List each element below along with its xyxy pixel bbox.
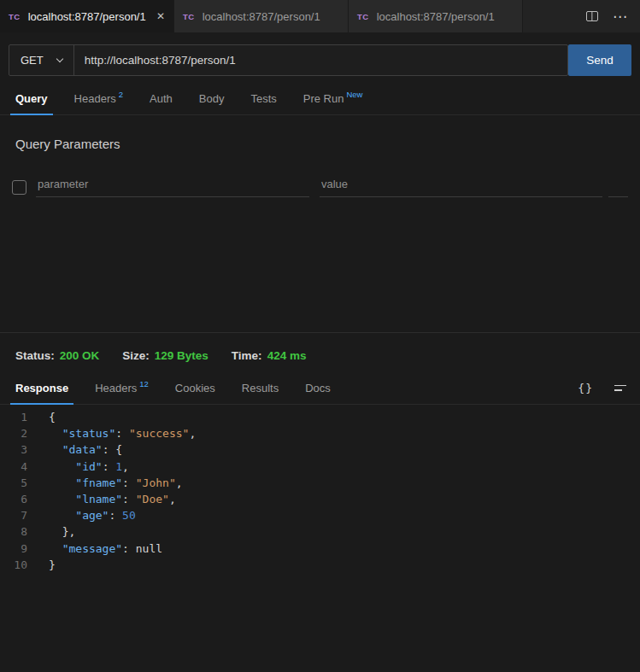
tab-request-tests[interactable]: Tests [245, 82, 281, 114]
code-line: 5 "fname": "John", [0, 475, 640, 491]
thunder-client-window: TClocalhost:8787/person/1✕TClocalhost:87… [0, 0, 640, 573]
tab-badge: 12 [139, 379, 149, 389]
size-value: 129 Bytes [155, 349, 208, 362]
line-number: 3 [0, 443, 27, 456]
param-row-stub [608, 196, 628, 197]
tab-label: Tests [250, 92, 276, 105]
response-body-editor[interactable]: 1{2 "status": "success",3 "data": {4 "id… [0, 405, 640, 573]
line-number: 2 [0, 427, 27, 440]
chevron-down-icon [56, 55, 62, 61]
editor-tab-label: localhost:8787/person/1 [203, 10, 339, 23]
time-label: Time: [232, 349, 262, 362]
tab-label: Pre Run [303, 92, 344, 105]
tab-request-pre-run[interactable]: Pre RunNew [298, 82, 368, 114]
editor-tab-label: localhost:8787/person/1 [377, 10, 514, 23]
tab-request-headers[interactable]: Headers2 [69, 82, 128, 114]
tab-label: Headers [74, 92, 116, 105]
code-line: 8 }, [0, 523, 640, 540]
editor-tab-actions: ⋯ [586, 0, 640, 32]
time-item: Time:424 ms [232, 349, 307, 362]
editor-tab-2[interactable]: TClocalhost:8787/person/1 [349, 0, 523, 32]
tab-label: Docs [305, 382, 331, 394]
code-text: "fname": "John", [49, 476, 183, 489]
param-checkbox[interactable] [12, 180, 26, 195]
code-line: 10} [0, 557, 640, 573]
line-number: 5 [0, 476, 27, 489]
code-text: } [49, 558, 56, 571]
tab-badge: 2 [119, 90, 123, 99]
url-box: GET [9, 44, 568, 76]
code-text: "id": 1, [49, 460, 129, 473]
request-pane: GET Send QueryHeaders2AuthBodyTestsPre R… [0, 44, 640, 333]
editor-tab-1[interactable]: TClocalhost:8787/person/1 [174, 0, 349, 32]
thunder-client-icon: TC [357, 12, 369, 21]
tab-label: Body [199, 92, 225, 105]
response-toolbar: {} [578, 371, 626, 404]
status-value: 200 OK [60, 349, 100, 362]
format-json-icon[interactable]: {} [578, 382, 593, 394]
response-tabs-row: ResponseHeaders12CookiesResultsDocs {} [0, 371, 640, 405]
code-line: 4 "id": 1, [0, 459, 640, 475]
method-select[interactable]: GET [9, 45, 73, 75]
tab-label: Cookies [175, 382, 215, 394]
send-button[interactable]: Send [568, 44, 631, 76]
request-bar: GET Send [9, 44, 631, 76]
tab-response-response[interactable]: Response [10, 371, 73, 404]
editor-tab-bar: TClocalhost:8787/person/1✕TClocalhost:87… [0, 0, 640, 32]
code-text: }, [49, 525, 75, 538]
line-number: 6 [0, 493, 27, 505]
request-tabs: QueryHeaders2AuthBodyTestsPre RunNew [0, 82, 640, 115]
code-text: "status": "success", [49, 427, 196, 440]
param-value-input[interactable] [320, 174, 602, 197]
code-line: 9 "message": null [0, 541, 640, 557]
method-label: GET [21, 54, 44, 67]
response-status-row: Status:200 OK Size:129 Bytes Time:424 ms [0, 333, 640, 362]
response-pane: Status:200 OK Size:129 Bytes Time:424 ms… [0, 333, 640, 573]
tab-response-cookies[interactable]: Cookies [170, 371, 220, 404]
tab-request-auth[interactable]: Auth [144, 82, 178, 114]
code-line: 2 "status": "success", [0, 425, 640, 441]
size-item: Size:129 Bytes [122, 349, 208, 362]
line-number: 7 [0, 509, 27, 522]
response-tabs: ResponseHeaders12CookiesResultsDocs [10, 371, 352, 404]
tab-label: Results [242, 382, 279, 394]
more-actions-icon[interactable]: ⋯ [613, 9, 627, 24]
query-parameters-title: Query Parameters [15, 137, 640, 151]
status-label: Status: [15, 349, 55, 362]
code-text: "lname": "Doe", [49, 493, 176, 505]
close-tab-icon[interactable]: ✕ [156, 10, 165, 22]
line-number: 10 [0, 558, 27, 571]
line-number: 9 [0, 542, 27, 555]
code-text: "data": { [49, 443, 122, 456]
wrap-lines-icon[interactable] [614, 385, 626, 391]
split-editor-icon[interactable] [586, 11, 598, 21]
tab-response-docs[interactable]: Docs [300, 371, 336, 404]
line-number: 1 [0, 411, 27, 424]
code-line: 3 "data": { [0, 441, 640, 458]
tab-badge: New [346, 90, 362, 99]
code-text: "age": 50 [49, 509, 136, 522]
time-value: 424 ms [267, 349, 307, 362]
line-number: 8 [0, 525, 27, 538]
tab-label: Response [15, 382, 68, 394]
code-line: 7 "age": 50 [0, 507, 640, 523]
tab-label: Auth [150, 92, 173, 105]
tab-request-query[interactable]: Query [10, 82, 53, 114]
code-line: 1{ [0, 409, 640, 425]
status-item: Status:200 OK [15, 349, 99, 362]
query-param-row [12, 174, 631, 197]
thunder-client-icon: TC [9, 12, 21, 21]
tab-response-headers[interactable]: Headers12 [90, 371, 154, 404]
tab-response-results[interactable]: Results [237, 371, 284, 404]
code-line: 6 "lname": "Doe", [0, 491, 640, 507]
editor-tab-0[interactable]: TClocalhost:8787/person/1✕ [0, 0, 174, 32]
code-text: { [49, 411, 56, 424]
url-input[interactable] [74, 54, 567, 67]
param-name-input[interactable] [36, 174, 309, 197]
tab-label: Headers [95, 382, 137, 394]
size-label: Size: [122, 349, 150, 362]
editor-tabs: TClocalhost:8787/person/1✕TClocalhost:87… [0, 0, 523, 32]
tab-request-body[interactable]: Body [194, 82, 230, 114]
thunder-client-icon: TC [183, 12, 195, 21]
tab-label: Query [15, 92, 48, 105]
